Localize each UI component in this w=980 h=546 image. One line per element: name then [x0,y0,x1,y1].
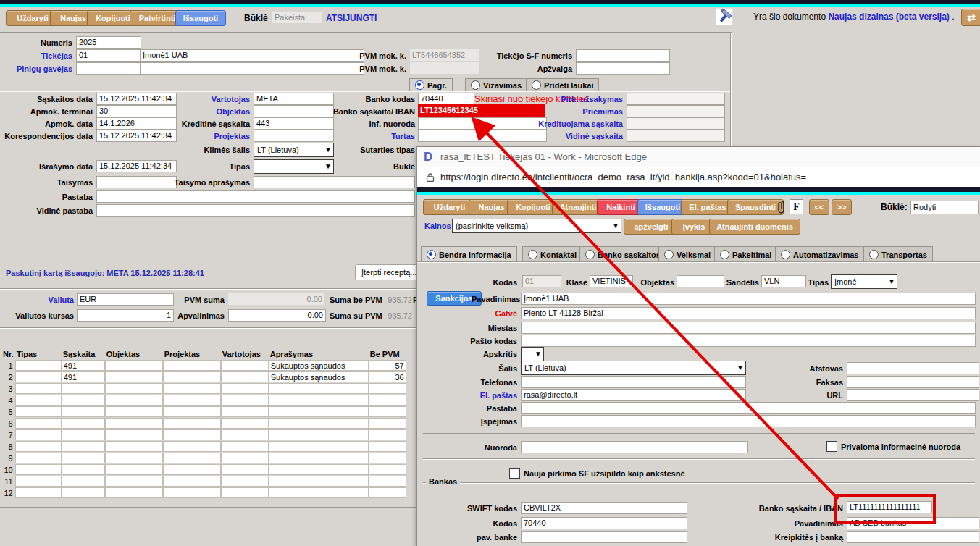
cell-be-pvm[interactable] [369,429,406,440]
project-label[interactable]: Projektas [156,132,250,140]
cell-aprasymas[interactable]: Sukauptos sąnaudos [269,360,369,371]
cell-saskaita[interactable]: 491 [62,371,105,382]
cell-be-pvm[interactable]: 36 [369,371,406,382]
popup-email-button[interactable]: El. paštas [681,199,734,215]
tab-transportas[interactable]: Transportas [863,246,933,262]
cell-vartotojas[interactable] [221,383,269,394]
cell-vartotojas[interactable] [221,371,269,382]
cell-objektas[interactable] [105,464,163,475]
postal-code-input[interactable] [521,335,976,347]
cell-saskaita[interactable] [62,406,105,417]
cell-tipas[interactable] [15,371,62,382]
popup-print-button[interactable]: Spausdinti [727,199,784,215]
prices-label[interactable]: Kainos [424,222,451,230]
purchase-order-label[interactable]: Pirk. užsakymas [507,95,623,104]
cell-aprasymas[interactable] [269,476,369,487]
currency-label[interactable]: Valiuta [29,295,74,304]
name-input[interactable]: Įmonė1 UAB [521,293,976,305]
reception-label[interactable]: Priėmimas [507,107,623,116]
next-button[interactable]: >> [832,199,852,215]
tab-automatizavimas[interactable]: Automatizavimas [775,246,864,262]
payee-name-input[interactable] [140,62,364,75]
internal-invoice-input[interactable] [627,130,725,142]
design-switch-button[interactable]: ⇄ [961,9,980,26]
cell-projektas[interactable] [163,487,221,498]
payee-code-input[interactable] [76,62,141,75]
tab-bendra-informacija[interactable]: Bendra informacija [421,246,517,262]
cell-tipas[interactable] [15,441,62,452]
cell-be-pvm[interactable] [369,418,406,429]
cell-tipas[interactable] [15,464,62,475]
user-label[interactable]: Vartotojas [156,95,250,104]
tab-banko-saskaitos[interactable]: Banko sąskaitos [579,246,666,262]
internal-invoice-label[interactable]: Vidinė sąskaita [507,132,623,140]
cell-objektas[interactable] [105,406,163,417]
cell-projektas[interactable] [163,371,221,382]
cell-saskaita[interactable] [62,395,105,406]
cell-tipas[interactable] [15,487,62,498]
cell-objektas[interactable] [105,429,163,440]
cell-projektas[interactable] [163,406,221,417]
tab-vizavimas[interactable]: Vizavimas [465,78,527,91]
cell-be-pvm[interactable] [369,476,406,487]
overview-input[interactable] [576,62,670,75]
cell-aprasymas[interactable]: Sukauptos sąnaudos [269,371,369,382]
cell-tipas[interactable] [15,453,62,463]
popup-object-input[interactable] [677,275,724,287]
cell-tipas[interactable] [15,406,62,417]
cell-be-pvm[interactable] [369,464,406,475]
cell-objektas[interactable] [105,418,163,429]
cell-vartotojas[interactable] [221,360,269,371]
email-input[interactable]: rasa@directo.lt [521,389,746,401]
phone-input[interactable] [521,376,746,388]
payee-label[interactable]: Pinigų gavėjas [0,64,72,73]
supplier-invoice-number-input[interactable] [576,49,670,62]
cell-saskaita[interactable] [62,418,105,429]
cell-saskaita[interactable] [62,429,105,440]
mandatory-reference-checkbox[interactable] [826,441,837,452]
cell-aprasymas[interactable] [269,418,369,429]
cell-saskaita[interactable] [62,453,105,463]
cell-be-pvm[interactable] [369,441,406,452]
logout-link[interactable]: ATSIJUNGTI [326,13,377,23]
credited-invoice-input[interactable] [627,117,725,130]
cell-objektas[interactable] [105,360,163,371]
cell-aprasymas[interactable] [269,429,369,440]
cell-be-pvm[interactable] [369,383,406,394]
cell-saskaita[interactable] [62,464,105,475]
country-select[interactable]: LT (Lietuva)▼ [521,361,746,375]
asset-label[interactable]: Turtas [304,132,415,140]
cell-be-pvm[interactable]: 57 [369,360,406,371]
cell-saskaita[interactable]: 491 [62,360,105,371]
cell-aprasymas[interactable] [269,441,369,452]
supplier-label[interactable]: Tiekėjas [22,51,72,60]
warehouse-input[interactable]: VLN [761,275,806,287]
cell-vartotojas[interactable] [221,441,269,452]
cell-tipas[interactable] [15,429,62,440]
bank-iban-input[interactable]: LT1111111111111111 [847,501,932,513]
rounding-input[interactable]: 0.00 [228,309,326,322]
bank-code-input[interactable]: 70440 [418,93,474,105]
cell-be-pvm[interactable] [369,453,406,463]
cell-aprasymas[interactable] [269,383,369,394]
supplier-name-input[interactable]: Įmonė1 UAB [140,49,364,62]
representative-input[interactable] [847,362,979,374]
name-in-bank-input[interactable] [521,531,687,543]
cell-objektas[interactable] [105,453,163,463]
cell-vartotojas[interactable] [221,476,269,487]
review-button[interactable]: apžvelgti [624,219,679,235]
class-input[interactable]: VIETINIS [590,275,633,287]
cell-tipas[interactable] [15,360,62,371]
tab-veiksmai[interactable]: Veiksmai [658,246,716,262]
cell-vartotojas[interactable] [221,418,269,429]
street-input[interactable]: Plento LT-41128 Biržai [521,307,976,319]
cell-saskaita[interactable] [62,487,105,498]
cell-vartotojas[interactable] [221,453,269,463]
tab-pakeitimai[interactable]: Pakeitimai [714,246,777,262]
object-label[interactable]: Objektas [156,107,250,116]
cell-vartotojas[interactable] [221,429,269,440]
cell-aprasymas[interactable] [269,453,369,463]
action-select[interactable]: (pasirinkite veiksmą)▼ [452,219,621,233]
paperclip-icon[interactable] [777,200,786,217]
cell-be-pvm[interactable] [369,406,406,417]
